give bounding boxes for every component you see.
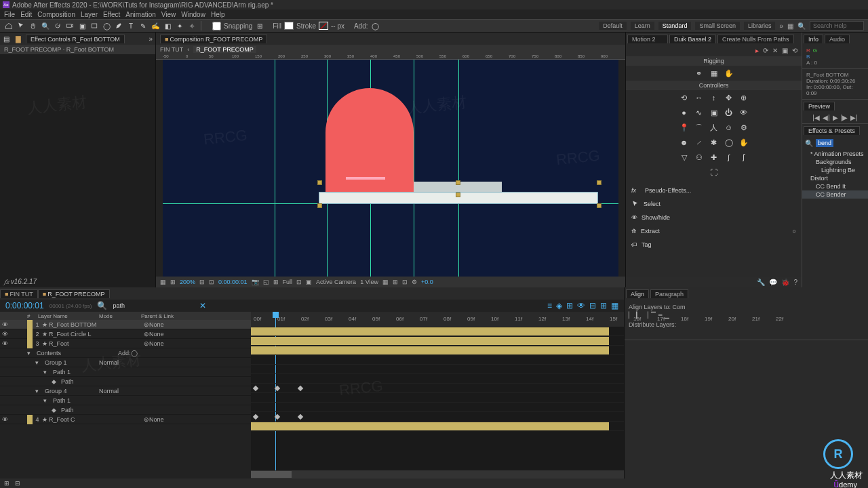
ctrl-leg-icon[interactable]: ⟋ xyxy=(694,138,704,147)
rotate-tool[interactable] xyxy=(53,21,62,30)
ctrl-updown-icon[interactable]: ↕ xyxy=(709,93,719,102)
rect-tool[interactable] xyxy=(90,21,99,30)
comp-tab[interactable]: ■Composition R_FOOT PRECOMP xyxy=(160,35,267,43)
prop-row[interactable]: ◆Path xyxy=(0,405,251,415)
ctrl-eye-icon[interactable]: 👁 xyxy=(739,108,749,117)
ctrl-plus-icon[interactable]: ✚ xyxy=(709,152,719,162)
bug-icon[interactable]: 🐞 xyxy=(781,279,789,286)
menu-help[interactable]: Help xyxy=(211,11,225,18)
timeline-tracks[interactable]: 00f01f02f03f04f05f06f07f08f09f10f11f12f1… xyxy=(251,312,624,479)
tag-item[interactable]: 🏷Tag xyxy=(631,238,796,251)
tree-backgrounds[interactable]: Backgrounds xyxy=(802,158,868,166)
exposure-value[interactable]: +0.0 xyxy=(421,279,433,285)
extract-item[interactable]: ⟰Extract○ xyxy=(631,224,796,238)
prop-row[interactable]: ▾Group 4Normal xyxy=(0,386,251,396)
prop-row[interactable]: ▾Path 1 xyxy=(0,396,251,405)
prop-row[interactable]: ▾Path 1 xyxy=(0,367,251,377)
layer-row[interactable]: 👁 4 ★R_Foot C ⊚None xyxy=(0,415,251,424)
pen-tool[interactable] xyxy=(114,21,123,30)
clone-tool[interactable]: ✍ xyxy=(151,21,160,30)
tree-distort[interactable]: Distort xyxy=(802,174,868,182)
crumb-fin-tut[interactable]: FIN TUT xyxy=(160,46,183,53)
resolution-menu-icon[interactable]: ⊟ xyxy=(199,279,205,285)
ctrl-move-icon[interactable]: ↔ xyxy=(694,93,704,102)
snapping-checkbox[interactable] xyxy=(212,22,221,30)
tl-icon[interactable]: ⊞ xyxy=(600,301,607,310)
puppet-tool[interactable]: ✧ xyxy=(187,21,197,30)
fill-swatch[interactable] xyxy=(284,22,294,30)
tl-icon[interactable]: ▦ xyxy=(611,301,618,310)
menu-window[interactable]: Window xyxy=(181,11,205,18)
ws-panel-icon[interactable]: ▦ xyxy=(787,22,793,30)
close-icon[interactable]: ✕ xyxy=(772,47,778,54)
effects-search-input[interactable]: bend xyxy=(816,139,833,147)
tree-lightning[interactable]: Lightning Be xyxy=(802,166,868,174)
menu-view[interactable]: View xyxy=(161,11,176,18)
zoom-icon[interactable]: ▦ xyxy=(160,279,166,285)
roi-icon[interactable]: ◱ xyxy=(263,279,269,285)
ctrl-pin-icon[interactable]: 📍 xyxy=(679,123,689,132)
align-tab[interactable]: Align xyxy=(626,289,649,298)
ctrl-hand-icon[interactable]: ✋ xyxy=(739,138,749,147)
layer-row[interactable]: 👁 2 ★R_Foot Circle L ⊚None xyxy=(0,329,251,339)
transform-handle[interactable] xyxy=(597,203,601,208)
select-item[interactable]: Select xyxy=(631,197,796,211)
pan-behind-tool[interactable]: ▣ xyxy=(77,21,87,30)
transform-handle[interactable] xyxy=(456,180,460,185)
align-bottom-icon[interactable]: ▁ xyxy=(665,312,669,319)
menu-file[interactable]: File xyxy=(4,11,15,18)
help-icon[interactable]: ? xyxy=(793,279,797,286)
pseudo-effects-item[interactable]: fxPseudo-Effects... xyxy=(631,184,796,197)
preview-tab[interactable]: Preview xyxy=(804,102,835,110)
cycle-icon[interactable]: ⟳ xyxy=(763,47,768,54)
brush-tool[interactable]: ✎ xyxy=(138,21,148,30)
ws-overflow-icon[interactable]: » xyxy=(779,22,783,30)
showhide-item[interactable]: 👁Show/hide xyxy=(631,211,796,224)
last-frame-icon[interactable]: ▶| xyxy=(850,114,858,121)
fast-previews-icon[interactable]: ⊞ xyxy=(393,279,398,285)
tl-icon[interactable]: 👁 xyxy=(577,301,585,310)
tl-timecode-value[interactable]: 0:00:00:01 xyxy=(5,301,44,310)
transform-handle[interactable] xyxy=(456,192,460,197)
ellipse-tool[interactable]: ◯ xyxy=(102,21,111,30)
project-folder-icon[interactable]: ▇ xyxy=(14,34,23,43)
stroke-px[interactable]: -- px xyxy=(331,22,344,30)
nulls-tab[interactable]: Create Nulls From Paths xyxy=(717,35,794,43)
menu-animation[interactable]: Animation xyxy=(125,11,155,18)
resolution-value[interactable]: Full xyxy=(283,279,293,285)
layer-row[interactable]: 👁 3 ★R_Foot ⊚None xyxy=(0,339,251,348)
ctrl-face-icon[interactable]: ☺ xyxy=(724,123,734,132)
ctrl-transform-icon[interactable]: ⛶ xyxy=(709,167,719,177)
ws-libraries[interactable]: Libraries xyxy=(744,22,776,30)
motion2-tab[interactable]: Motion 2 xyxy=(627,35,668,43)
wrench-icon[interactable]: 🔧 xyxy=(757,279,765,286)
timeline-ruler[interactable]: 00f01f02f03f04f05f06f07f08f09f10f11f12f1… xyxy=(251,312,624,327)
px-aspect-icon[interactable]: ▦ xyxy=(382,279,389,285)
ctrl-paw-icon[interactable]: ✱ xyxy=(709,138,719,147)
reset-icon[interactable]: ⟲ xyxy=(792,47,797,54)
info-tab[interactable]: Info xyxy=(804,35,823,43)
ctrl-pos-icon[interactable]: ✥ xyxy=(724,93,734,102)
tl-icon[interactable]: ◈ xyxy=(556,301,562,310)
ws-standard[interactable]: Standard xyxy=(658,22,692,30)
camera-value[interactable]: Active Camera xyxy=(316,279,356,285)
prev-frame-icon[interactable]: ◀| xyxy=(823,114,830,121)
first-frame-icon[interactable]: |◀ xyxy=(812,114,820,121)
transform-handle[interactable] xyxy=(317,180,322,185)
views-value[interactable]: 1 View xyxy=(360,279,378,285)
person-icon[interactable]: ✋ xyxy=(724,68,734,78)
3d-icon[interactable]: ⊡ xyxy=(296,279,302,285)
ctrl-rotate-icon[interactable]: ⟲ xyxy=(679,93,689,102)
align-left-icon[interactable]: ▏ xyxy=(629,312,633,319)
add-menu-icon[interactable]: ◯ xyxy=(371,21,380,30)
eraser-tool[interactable]: ◧ xyxy=(163,21,172,30)
ctrl-circle-icon[interactable]: ◯ xyxy=(724,138,734,147)
play-icon[interactable]: ▶ xyxy=(833,114,838,121)
status-icon[interactable]: ⊞ xyxy=(4,480,9,487)
align-top-icon[interactable]: ▔ xyxy=(651,312,656,319)
tl-icon[interactable]: ⊞ xyxy=(566,301,573,310)
ws-default[interactable]: Default xyxy=(599,22,627,30)
ws-small[interactable]: Small Screen xyxy=(695,22,740,30)
ctrl-gear-icon[interactable]: ⚙ xyxy=(739,123,749,132)
search-help-input[interactable] xyxy=(810,21,864,30)
